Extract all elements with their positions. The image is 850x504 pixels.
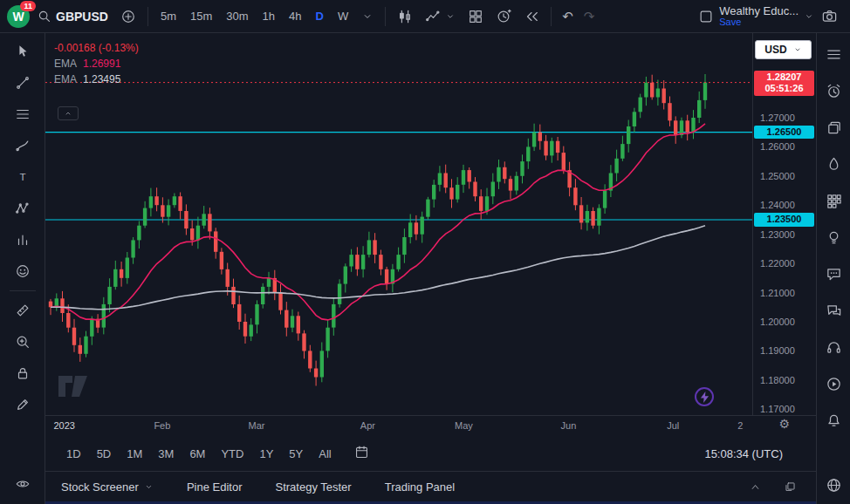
tab-strategy-tester[interactable]: Strategy Tester — [275, 480, 351, 494]
legend-collapse-button[interactable] — [58, 106, 79, 120]
create-alert-button[interactable] — [490, 5, 517, 28]
panel-maximize-button[interactable] — [779, 476, 800, 497]
timeframe-5m[interactable]: 5m — [154, 6, 182, 26]
time-axis-label: 2 — [737, 420, 743, 431]
chevron-down-icon — [144, 482, 154, 492]
measure-tool-button[interactable] — [6, 296, 39, 325]
tab-label: Trading Panel — [385, 480, 455, 494]
text-tool-button[interactable]: T — [6, 162, 39, 192]
chevron-down-icon — [793, 45, 802, 54]
price-axis[interactable]: USD 1.270001.260001.250001.240001.230001… — [752, 33, 816, 415]
range-1d-button[interactable]: 1D — [59, 444, 88, 464]
cursor-tool-button[interactable] — [6, 37, 39, 66]
emoji-tool-button[interactable] — [6, 256, 39, 286]
globe-icon — [826, 477, 842, 494]
candlestick-chart[interactable] — [45, 33, 752, 415]
compare-add-button[interactable] — [115, 5, 141, 28]
timeframe-menu-button[interactable] — [356, 7, 379, 26]
lock-drawings-button[interactable] — [6, 358, 39, 388]
bottom-panel: Stock Screener Pine Editor Strategy Test… — [45, 471, 816, 504]
bell-icon — [826, 412, 842, 429]
redo-button[interactable]: ↷ — [579, 7, 600, 26]
stacked-cards-icon — [826, 119, 842, 136]
user-avatar[interactable]: W 11 — [7, 5, 30, 28]
object-tree-button[interactable] — [823, 474, 844, 495]
symbol-search-button[interactable]: GBPUSD — [31, 5, 113, 27]
avatar-letter: W — [12, 10, 24, 24]
range-ytd-button[interactable]: YTD — [214, 444, 250, 464]
undo-button[interactable]: ↶ — [558, 7, 578, 26]
chat-button[interactable] — [823, 263, 844, 284]
layout-manager[interactable]: Wealthy Educ... Save — [698, 5, 814, 27]
time-axis-label: May — [455, 420, 473, 431]
timeframe-30m[interactable]: 30m — [220, 6, 254, 26]
range-1y-button[interactable]: 1Y — [252, 444, 280, 464]
trend-line-tool-button[interactable] — [6, 68, 39, 98]
right-sidebar — [816, 33, 850, 504]
indicators-button[interactable] — [420, 5, 461, 28]
hide-drawings-button[interactable] — [6, 469, 39, 499]
maximize-icon — [785, 481, 796, 493]
range-1m-button[interactable]: 1M — [120, 444, 149, 464]
tab-stock-screener[interactable]: Stock Screener — [61, 480, 154, 494]
range-all-button[interactable]: All — [312, 444, 338, 464]
pattern-scanner-badge[interactable] — [695, 387, 714, 406]
session-clock[interactable]: 15:08:34 (UTC) — [704, 447, 802, 460]
snapshot-button[interactable] — [816, 4, 843, 28]
ema1-value: 1.26991 — [83, 58, 120, 70]
price-change-label: -0.00168 (-0.13%) — [54, 42, 139, 54]
go-to-date-button[interactable] — [347, 441, 376, 466]
layout-grid-button[interactable] — [463, 5, 489, 28]
ema-legend-row[interactable]: EMA 1.23495 — [54, 73, 139, 85]
eraser-pencil-icon — [15, 397, 31, 412]
timeframe-1w[interactable]: W — [332, 6, 354, 26]
range-5d-button[interactable]: 5D — [90, 444, 119, 464]
main-area: T — [0, 33, 850, 504]
panel-collapse-button[interactable] — [744, 476, 765, 497]
chart-style-button[interactable] — [392, 5, 418, 28]
bar-replay-button[interactable] — [518, 5, 545, 28]
ideas-stack-button[interactable] — [823, 117, 844, 138]
candlestick-style-icon — [397, 9, 413, 24]
remove-drawings-button[interactable] — [6, 390, 39, 419]
range-3m-button[interactable]: 3M — [151, 444, 181, 464]
range-5y-button[interactable]: 5Y — [282, 444, 310, 464]
brush-icon — [15, 138, 31, 153]
replay-rewind-icon — [524, 9, 539, 24]
timeframe-4h[interactable]: 4h — [283, 6, 307, 26]
level-price-badge: 1.23500 — [754, 213, 814, 227]
save-layout-link[interactable]: Save — [719, 17, 799, 28]
streams-button[interactable] — [823, 373, 844, 394]
notifications-button[interactable] — [823, 410, 844, 431]
timeframe-1d[interactable]: D — [310, 6, 330, 26]
alerts-button[interactable] — [823, 80, 844, 101]
watchlist-button[interactable] — [823, 44, 844, 65]
chart-plot[interactable]: -0.00168 (-0.13%) EMA 1.26991 EMA 1.2349… — [45, 33, 752, 415]
forecast-tool-button[interactable] — [6, 225, 39, 255]
ema-legend-row[interactable]: EMA 1.26991 — [54, 58, 139, 70]
search-icon — [37, 9, 51, 24]
tab-trading-panel[interactable]: Trading Panel — [385, 480, 455, 494]
fib-retracement-tool-button[interactable] — [6, 99, 39, 129]
ideas-button[interactable] — [823, 227, 844, 248]
candle-countdown: 05:51:26 — [754, 83, 814, 95]
currency-selector[interactable]: USD — [755, 40, 812, 59]
conversations-button[interactable] — [823, 300, 844, 321]
panel-controls — [744, 476, 800, 497]
pattern-tool-button[interactable] — [6, 194, 39, 223]
zoom-tool-button[interactable] — [6, 327, 39, 357]
redo-icon: ↷ — [584, 9, 595, 24]
brush-tool-button[interactable] — [6, 131, 39, 160]
timeframe-15m[interactable]: 15m — [184, 6, 218, 26]
timeframe-1h[interactable]: 1h — [257, 6, 281, 26]
chevron-down-icon — [445, 11, 456, 22]
tradingview-watermark — [58, 375, 89, 401]
calendar-button[interactable] — [823, 190, 844, 211]
hotlists-button[interactable] — [823, 153, 844, 174]
time-axis[interactable]: ⚙ 2023FebMarAprMayJunJul2 — [45, 415, 816, 436]
range-6m-button[interactable]: 6M — [182, 444, 212, 464]
support-button[interactable] — [823, 337, 844, 358]
tab-pine-editor[interactable]: Pine Editor — [187, 480, 243, 494]
chart-settings-button[interactable]: ⚙ — [778, 417, 790, 431]
time-axis-label: Jul — [667, 420, 679, 431]
